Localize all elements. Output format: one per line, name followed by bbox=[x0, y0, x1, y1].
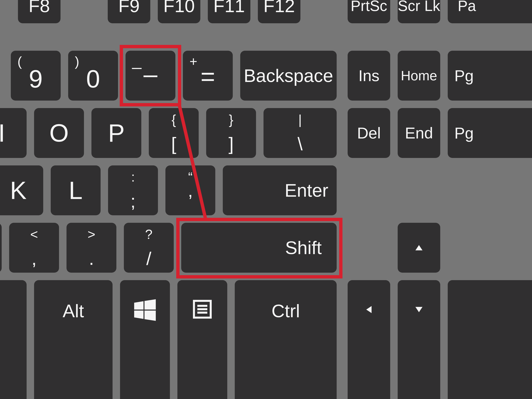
f10-label: F10 bbox=[163, 0, 195, 15]
bracket-open-upper: { bbox=[149, 113, 199, 126]
k-key[interactable]: K bbox=[0, 165, 43, 215]
bracket-close-lower: ] bbox=[206, 135, 256, 153]
alt-key[interactable]: Alt bbox=[34, 280, 113, 399]
pgup-key-partial[interactable]: Pg bbox=[448, 51, 532, 101]
bracket-open-lower: [ bbox=[149, 135, 199, 153]
f9-key[interactable]: F9 bbox=[108, 0, 150, 23]
arrow-down-icon bbox=[398, 304, 440, 315]
minus-lower: – bbox=[126, 62, 175, 86]
f9-label: F9 bbox=[118, 0, 140, 15]
equals-key[interactable]: + = bbox=[183, 51, 233, 101]
i-label: I bbox=[0, 120, 5, 146]
p-key[interactable]: P bbox=[91, 108, 141, 158]
m-key-partial[interactable]: M bbox=[0, 223, 2, 273]
equals-lower: = bbox=[183, 64, 233, 89]
semicolon-key[interactable]: : ; bbox=[108, 165, 158, 215]
period-key[interactable]: > . bbox=[66, 223, 116, 273]
home-key[interactable]: Home bbox=[398, 51, 440, 101]
pause-label-partial: Pa bbox=[458, 0, 476, 13]
end-key[interactable]: End bbox=[398, 108, 440, 158]
arrow-right-key-partial[interactable] bbox=[448, 280, 532, 399]
slash-lower: / bbox=[124, 249, 174, 268]
scrlk-key[interactable]: Scr Lk bbox=[398, 0, 440, 23]
bracket-close-upper: } bbox=[206, 113, 256, 126]
p-label: P bbox=[108, 120, 125, 146]
arrow-down-key[interactable] bbox=[398, 280, 440, 399]
ctrl-label: Ctrl bbox=[272, 301, 300, 321]
shift-key[interactable]: Shift bbox=[181, 223, 337, 273]
arrow-up-icon bbox=[398, 223, 440, 273]
slash-key[interactable]: ? / bbox=[124, 223, 174, 273]
ctrl-key[interactable]: Ctrl bbox=[235, 280, 337, 399]
svg-marker-1 bbox=[145, 299, 156, 310]
arrow-left-key[interactable] bbox=[348, 280, 390, 399]
quote-key[interactable]: “ ’ bbox=[165, 165, 215, 215]
scrlk-label: Scr Lk bbox=[398, 0, 440, 13]
prtsc-key[interactable]: PrtSc bbox=[348, 0, 390, 23]
f11-label: F11 bbox=[213, 0, 245, 15]
ins-label: Ins bbox=[358, 68, 380, 84]
svg-marker-2 bbox=[134, 310, 144, 319]
f8-label: F8 bbox=[29, 0, 50, 15]
backslash-key[interactable]: | \ bbox=[264, 108, 337, 158]
keyboard-diagram: F8 F9 F10 F11 F12 PrtSc Scr Lk Pa ( 9 ) … bbox=[0, 0, 532, 399]
enter-key[interactable]: Enter bbox=[223, 165, 337, 215]
comma-lower: , bbox=[9, 249, 59, 268]
pgdn-label-partial: Pg bbox=[454, 125, 474, 141]
del-label: Del bbox=[357, 125, 381, 141]
period-upper: > bbox=[66, 228, 116, 241]
o-label: O bbox=[49, 120, 69, 146]
alt-label: Alt bbox=[63, 301, 84, 321]
backslash-upper: | bbox=[264, 113, 337, 126]
arrow-up-key[interactable] bbox=[398, 223, 440, 273]
bottom-blank-left[interactable] bbox=[0, 280, 27, 399]
home-label: Home bbox=[401, 69, 437, 82]
minus-key[interactable]: _ – bbox=[126, 51, 175, 101]
l-label: L bbox=[69, 178, 82, 203]
context-menu-icon bbox=[177, 299, 227, 319]
bracket-close-key[interactable]: } ] bbox=[206, 108, 256, 158]
arrow-left-icon bbox=[348, 304, 390, 315]
period-lower: . bbox=[66, 249, 116, 268]
i-key[interactable]: I bbox=[0, 108, 27, 158]
zero-upper: ) bbox=[75, 55, 79, 68]
f12-key[interactable]: F12 bbox=[258, 0, 300, 23]
k-label: K bbox=[10, 178, 27, 203]
slash-upper: ? bbox=[124, 228, 174, 241]
enter-label: Enter bbox=[285, 181, 328, 200]
comma-upper: < bbox=[9, 228, 59, 241]
nine-lower: 9 bbox=[11, 66, 61, 91]
f10-key[interactable]: F10 bbox=[158, 0, 200, 23]
quote-upper: “ bbox=[165, 171, 215, 184]
windows-key[interactable] bbox=[120, 280, 170, 399]
quote-lower: ’ bbox=[165, 192, 215, 210]
backslash-lower: \ bbox=[264, 135, 337, 153]
zero-lower: 0 bbox=[68, 66, 118, 91]
nine-upper: ( bbox=[18, 55, 22, 68]
comma-key[interactable]: < , bbox=[9, 223, 59, 273]
backspace-label: Backspace bbox=[244, 66, 333, 85]
prtsc-label: PrtSc bbox=[351, 0, 387, 13]
pgup-label-partial: Pg bbox=[454, 68, 474, 84]
semicolon-upper: : bbox=[108, 171, 158, 184]
bracket-open-key[interactable]: { [ bbox=[149, 108, 199, 158]
shift-label: Shift bbox=[285, 239, 322, 257]
context-menu-key[interactable] bbox=[177, 280, 227, 399]
end-label: End bbox=[405, 125, 433, 141]
nine-key[interactable]: ( 9 bbox=[11, 51, 61, 101]
svg-marker-0 bbox=[134, 301, 144, 310]
svg-marker-3 bbox=[145, 310, 156, 321]
windows-icon bbox=[120, 299, 170, 321]
f12-label: F12 bbox=[263, 0, 295, 15]
backspace-key[interactable]: Backspace bbox=[240, 51, 337, 101]
zero-key[interactable]: ) 0 bbox=[68, 51, 118, 101]
semicolon-lower: ; bbox=[108, 192, 158, 210]
f11-key[interactable]: F11 bbox=[208, 0, 250, 23]
ins-key[interactable]: Ins bbox=[348, 51, 390, 101]
o-key[interactable]: O bbox=[34, 108, 84, 158]
del-key[interactable]: Del bbox=[348, 108, 390, 158]
pgdn-key-partial[interactable]: Pg bbox=[448, 108, 532, 158]
l-key[interactable]: L bbox=[51, 165, 101, 215]
pause-key-partial[interactable]: Pa bbox=[448, 0, 532, 23]
f8-key[interactable]: F8 bbox=[18, 0, 61, 23]
